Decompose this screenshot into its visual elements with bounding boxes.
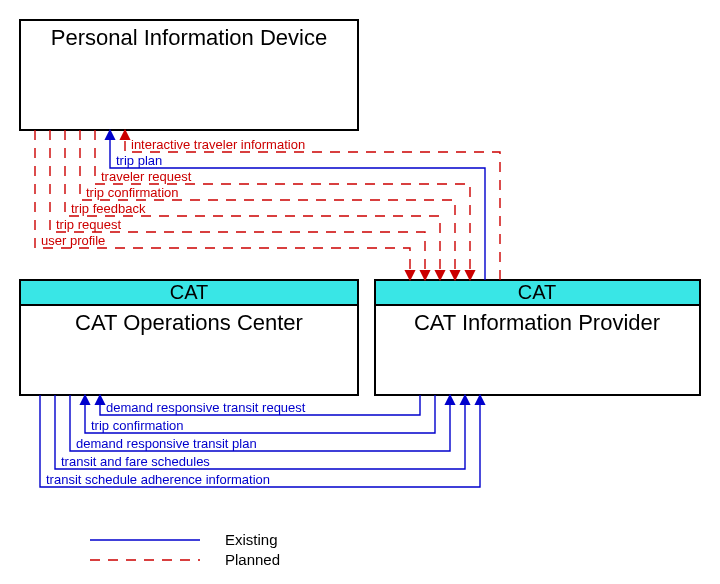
flow-label: trip confirmation xyxy=(91,418,183,433)
flows-pid-info: interactive traveler informationtrip pla… xyxy=(35,130,500,280)
node-personal-information-device: Personal Information Device xyxy=(20,20,358,130)
flow-label: traveler request xyxy=(101,169,192,184)
flows-ops-info: demand responsive transit requesttrip co… xyxy=(40,395,480,487)
architecture-diagram: Personal Information Device CAT CAT Oper… xyxy=(0,0,720,584)
node-cat-information-provider: CAT CAT Information Provider xyxy=(375,280,700,395)
node-info-title: CAT Information Provider xyxy=(414,310,660,335)
legend-existing-label: Existing xyxy=(225,531,278,548)
legend-planned-label: Planned xyxy=(225,551,280,568)
flow-label: trip feedback xyxy=(71,201,146,216)
flow-label: transit and fare schedules xyxy=(61,454,210,469)
flow-label: trip confirmation xyxy=(86,185,178,200)
legend: Existing Planned xyxy=(90,531,280,568)
node-ops-org: CAT xyxy=(170,281,209,303)
flow-label: trip plan xyxy=(116,153,162,168)
flow-label: demand responsive transit plan xyxy=(76,436,257,451)
node-cat-operations-center: CAT CAT Operations Center xyxy=(20,280,358,395)
flow-line xyxy=(125,130,500,280)
flow-label: demand responsive transit request xyxy=(106,400,306,415)
node-ops-title: CAT Operations Center xyxy=(75,310,303,335)
flow-label: user profile xyxy=(41,233,105,248)
flow-label: interactive traveler information xyxy=(131,137,305,152)
node-info-org: CAT xyxy=(518,281,557,303)
flow-label: transit schedule adherence information xyxy=(46,472,270,487)
flow-label: trip request xyxy=(56,217,121,232)
node-pid-title: Personal Information Device xyxy=(51,25,327,50)
